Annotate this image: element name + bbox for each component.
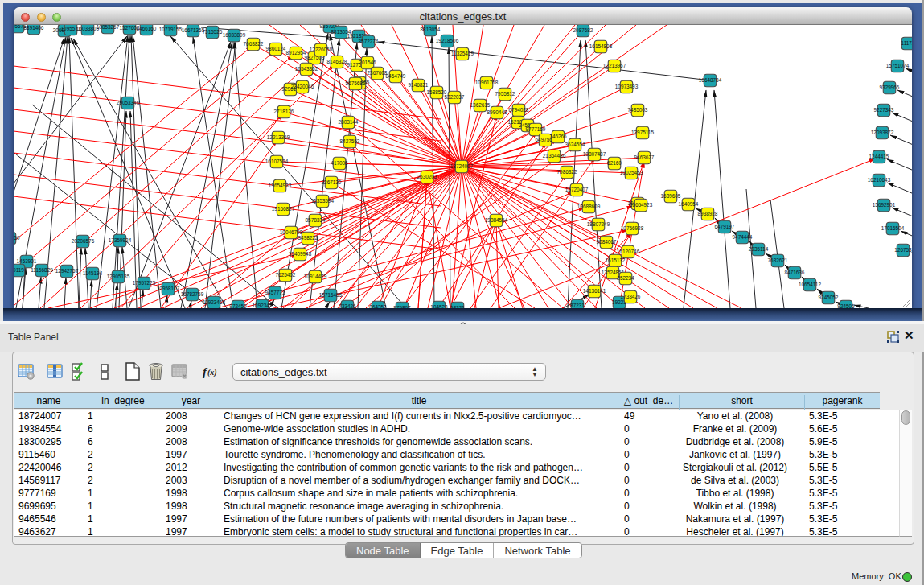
svg-text:5675685: 5675685 [346, 80, 366, 86]
svg-text:3572274: 3572274 [359, 39, 379, 44]
svg-text:29053346: 29053346 [117, 100, 140, 105]
svg-text:16120746: 16120746 [617, 249, 640, 254]
svg-text:7632621: 7632621 [768, 257, 788, 263]
svg-text:1733426: 1733426 [621, 294, 641, 299]
svg-text:10807487: 10807487 [583, 151, 606, 157]
svg-text:8938928: 8938928 [698, 211, 718, 216]
svg-text:18724007: 18724007 [450, 163, 474, 169]
svg-text:7663822: 7663822 [244, 41, 264, 47]
svg-text:3498222: 3498222 [298, 235, 318, 241]
svg-text:11353594: 11353594 [311, 198, 334, 204]
svg-text:16648784: 16648784 [699, 77, 722, 83]
svg-text:7986322: 7986322 [557, 169, 577, 175]
svg-text:16671355: 16671355 [182, 27, 205, 33]
svg-text:10973493: 10973493 [615, 84, 639, 89]
svg-text:11325419: 11325419 [451, 51, 474, 56]
svg-text:201546: 201546 [359, 60, 376, 65]
svg-text:21364436: 21364436 [543, 153, 566, 159]
svg-text:252234: 252234 [617, 275, 634, 281]
svg-text:7485003: 7485003 [628, 107, 648, 113]
svg-text:19218506: 19218506 [436, 38, 459, 43]
svg-text:417006: 417006 [331, 160, 348, 166]
svg-text:62160: 62160 [607, 160, 622, 166]
svg-text:8427552: 8427552 [340, 138, 360, 144]
svg-text:11172: 11172 [901, 40, 912, 46]
svg-text:2803144: 2803144 [339, 119, 359, 125]
svg-text:5322037: 5322037 [445, 94, 465, 100]
svg-text:10654112: 10654112 [799, 282, 821, 287]
svg-text:9146821: 9146821 [409, 82, 429, 88]
svg-text:11156829: 11156829 [31, 267, 53, 273]
svg-text:8578334: 8578334 [306, 217, 326, 223]
svg-text:7955812: 7955812 [495, 91, 515, 97]
svg-text:12213369: 12213369 [267, 134, 290, 140]
svg-text:10688609: 10688609 [577, 204, 601, 209]
svg-text:15716485: 15716485 [319, 292, 343, 298]
svg-text:8990448: 8990448 [487, 109, 507, 115]
svg-text:8471636: 8471636 [785, 270, 805, 275]
svg-text:16654923: 16654923 [630, 202, 653, 208]
svg-text:8891406: 8891406 [24, 25, 44, 31]
svg-text:10914479: 10914479 [304, 274, 327, 279]
svg-text:17016504: 17016504 [881, 225, 905, 231]
svg-text:19166827: 19166827 [272, 206, 295, 212]
svg-text:2530203: 2530203 [417, 174, 437, 179]
svg-text:9457771: 9457771 [265, 290, 285, 295]
svg-text:17359924: 17359924 [109, 237, 132, 243]
svg-text:16543362: 16543362 [295, 66, 318, 72]
svg-text:2718126: 2718126 [274, 109, 294, 114]
svg-text:10719155: 10719155 [159, 27, 183, 32]
svg-text:1615132: 1615132 [606, 257, 626, 263]
svg-text:9777169: 9777169 [526, 126, 546, 132]
svg-text:12942757: 12942757 [55, 268, 79, 274]
svg-text:9227343: 9227343 [874, 107, 894, 113]
svg-text:(x): (x) [207, 368, 217, 377]
svg-text:12213967: 12213967 [603, 63, 626, 68]
svg-text:15751074: 15751074 [886, 63, 910, 68]
svg-text:3624554: 3624554 [565, 142, 585, 147]
svg-text:19384554: 19384554 [485, 217, 508, 223]
svg-text:10961768: 10961768 [475, 80, 499, 85]
svg-text:6479197: 6479197 [715, 224, 735, 229]
svg-text:7625402: 7625402 [276, 272, 296, 278]
svg-text:9329966: 9329966 [880, 84, 900, 90]
svg-text:126753: 126753 [894, 247, 912, 253]
svg-text:1640954: 1640954 [679, 201, 699, 207]
svg-text:23420046: 23420046 [291, 84, 314, 89]
svg-text:16033809: 16033809 [223, 32, 246, 38]
svg-text:9119: 9119 [14, 267, 24, 273]
svg-text:8813054: 8813054 [421, 27, 441, 32]
svg-text:12093872: 12093872 [871, 130, 894, 135]
svg-text:10046798: 10046798 [280, 229, 303, 235]
svg-text:2626950: 2626950 [14, 235, 20, 241]
svg-text:15409948: 15409948 [289, 251, 312, 257]
svg-text:8454749: 8454749 [386, 73, 406, 79]
svg-text:8146328: 8146328 [327, 59, 347, 64]
svg-text:1362615: 1362615 [470, 102, 491, 108]
svg-text:1689605: 1689605 [661, 193, 681, 199]
svg-text:10958107: 10958107 [157, 286, 180, 291]
svg-text:11923468: 11923468 [203, 299, 225, 305]
svg-text:10756928: 10756928 [621, 225, 644, 231]
svg-text:15720407: 15720407 [565, 187, 589, 192]
svg-text:16210643: 16210643 [868, 177, 891, 183]
svg-text:15692901: 15692901 [873, 202, 896, 208]
svg-text:20206576: 20206576 [72, 238, 95, 244]
svg-text:2935114: 2935114 [749, 246, 769, 252]
svg-text:87231: 87231 [570, 303, 585, 308]
svg-text:19654933: 19654933 [269, 183, 292, 188]
svg-text:16107534: 16107534 [265, 159, 289, 164]
svg-text:2367608: 2367608 [368, 70, 388, 76]
svg-text:3267130: 3267130 [322, 179, 342, 185]
svg-text:1244415: 1244415 [869, 154, 889, 159]
svg-text:12905135: 12905135 [107, 274, 130, 279]
svg-text:10853267: 10853267 [97, 25, 120, 30]
svg-text:18807249: 18807249 [587, 221, 610, 227]
svg-text:6466160: 6466160 [137, 26, 157, 31]
svg-text:1453901: 1453901 [17, 258, 37, 264]
svg-text:6794028: 6794028 [509, 107, 529, 113]
svg-text:14136141: 14136141 [583, 288, 606, 294]
svg-text:12975115: 12975115 [631, 130, 654, 135]
svg-text:1092345: 1092345 [253, 303, 273, 308]
svg-text:9860124: 9860124 [266, 46, 286, 51]
